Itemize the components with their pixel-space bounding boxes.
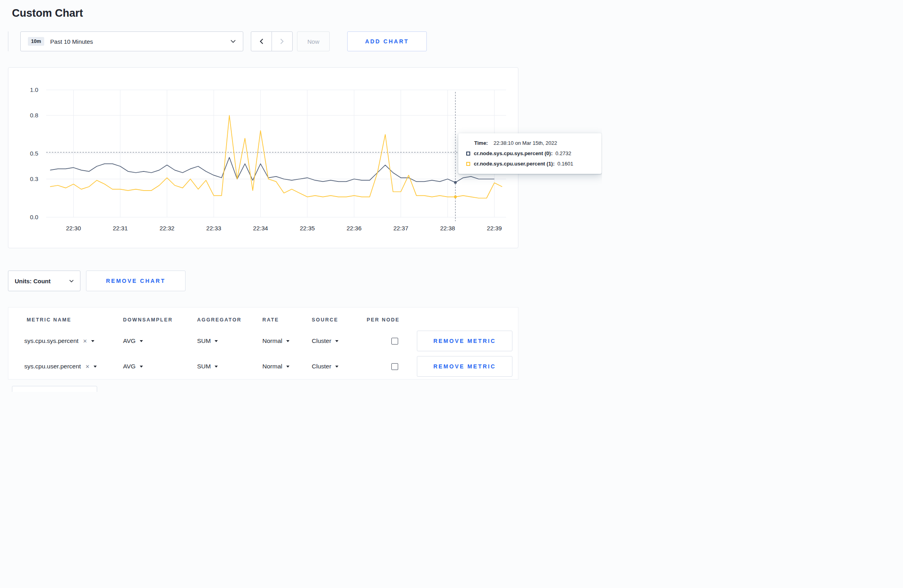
svg-text:22:37: 22:37 <box>393 225 408 232</box>
svg-text:0.5: 0.5 <box>30 150 38 157</box>
series-swatch-icon <box>466 162 470 166</box>
svg-text:22:34: 22:34 <box>253 225 268 232</box>
caret-down-icon <box>140 340 143 342</box>
downsampler-select[interactable]: AVG <box>117 363 192 370</box>
actions-cell: REMOVE METRIC <box>407 356 518 377</box>
caret-down-icon <box>335 366 338 368</box>
source-select[interactable]: Cluster <box>306 363 357 370</box>
metric-row: sys.cpu.user.percent ✕ AVG SUM Normal Cl… <box>8 354 518 379</box>
remove-chart-button[interactable]: REMOVE CHART <box>86 271 186 291</box>
caret-down-icon <box>91 340 94 342</box>
chart-canvas[interactable]: 0.00.30.50.81.022:3022:3122:3222:3322:34… <box>8 73 518 244</box>
svg-text:0.0: 0.0 <box>30 214 38 220</box>
header-aggregator: AGGREGATOR <box>192 317 257 323</box>
svg-text:22:32: 22:32 <box>160 225 175 232</box>
rate-select[interactable]: Normal <box>257 363 306 370</box>
toolbar-divider <box>8 31 8 51</box>
units-dropdown[interactable]: Units: Count <box>8 271 80 291</box>
downsampler-value: AVG <box>123 363 136 370</box>
tooltip-series-row: cr.node.sys.cpu.sys.percent (0):0.2732 <box>466 150 594 156</box>
time-window-badge: 10m <box>28 37 44 46</box>
svg-text:22:33: 22:33 <box>206 225 221 232</box>
add-metric-button[interactable]: ADD METRIC <box>12 386 97 392</box>
remove-metric-button[interactable]: REMOVE METRIC <box>417 356 512 377</box>
caret-down-icon <box>335 340 338 342</box>
caret-down-icon <box>286 340 289 342</box>
clear-metric-icon[interactable]: ✕ <box>83 338 87 344</box>
svg-text:22:31: 22:31 <box>113 225 128 232</box>
metrics-table: METRIC NAME DOWNSAMPLER AGGREGATOR RATE … <box>8 307 518 380</box>
per-node-checkbox[interactable] <box>391 338 398 345</box>
svg-text:22:39: 22:39 <box>487 225 502 232</box>
prev-time-button[interactable] <box>251 31 272 51</box>
remove-metric-button[interactable]: REMOVE METRIC <box>417 331 512 351</box>
header-rate: RATE <box>257 317 306 323</box>
aggregator-value: SUM <box>197 363 211 370</box>
header-source: SOURCE <box>306 317 357 323</box>
chart-sub-controls: Units: Count REMOVE CHART <box>8 271 594 291</box>
rate-value: Normal <box>262 337 282 345</box>
metrics-table-header: METRIC NAME DOWNSAMPLER AGGREGATOR RATE … <box>8 308 518 328</box>
caret-down-icon <box>215 366 218 368</box>
caret-down-icon <box>215 340 218 342</box>
caret-down-icon <box>286 366 289 368</box>
tooltip-series-label: cr.node.sys.cpu.user.percent (1): <box>474 161 555 167</box>
metric-name: sys.cpu.user.percent <box>24 363 81 370</box>
page-title: Custom Chart <box>12 7 594 19</box>
metric-row: sys.cpu.sys.percent ✕ AVG SUM Normal Clu… <box>8 328 518 354</box>
time-nav-group <box>251 31 293 51</box>
aggregator-select[interactable]: SUM <box>192 363 257 370</box>
rate-value: Normal <box>262 363 282 370</box>
svg-text:22:38: 22:38 <box>440 225 455 232</box>
source-select[interactable]: Cluster <box>306 337 357 345</box>
svg-text:0.8: 0.8 <box>30 112 38 119</box>
svg-text:22:36: 22:36 <box>346 225 362 232</box>
chart-tooltip: Time:22:38:10 on Mar 15th, 2022 cr.node.… <box>458 133 602 174</box>
chevron-left-icon <box>260 39 263 44</box>
aggregator-value: SUM <box>197 337 211 345</box>
svg-text:1.0: 1.0 <box>30 86 38 93</box>
source-value: Cluster <box>312 337 331 345</box>
svg-text:22:35: 22:35 <box>300 225 315 232</box>
aggregator-select[interactable]: SUM <box>192 337 257 345</box>
now-button[interactable]: Now <box>297 31 330 51</box>
metric-name: sys.cpu.sys.percent <box>24 337 78 345</box>
units-label: Units: Count <box>15 278 51 284</box>
tooltip-time-label: Time: <box>474 140 488 146</box>
source-value: Cluster <box>312 363 331 370</box>
time-range-dropdown[interactable]: 10m Past 10 Minutes <box>20 31 243 51</box>
metric-select[interactable]: sys.cpu.sys.percent ✕ <box>18 337 117 345</box>
chevron-right-icon <box>280 39 284 44</box>
tooltip-series-label: cr.node.sys.cpu.sys.percent (0): <box>474 150 553 156</box>
chart-card: 0.00.30.50.81.022:3022:3122:3222:3322:34… <box>8 67 518 248</box>
rate-select[interactable]: Normal <box>257 337 306 345</box>
per-node-cell <box>357 338 407 345</box>
clear-metric-icon[interactable]: ✕ <box>85 364 90 370</box>
downsampler-select[interactable]: AVG <box>117 337 192 345</box>
tooltip-series-row: cr.node.sys.cpu.user.percent (1):0.1601 <box>466 161 594 167</box>
metric-select[interactable]: sys.cpu.user.percent ✕ <box>18 363 117 370</box>
tooltip-time-value: 22:38:10 on Mar 15th, 2022 <box>493 140 557 146</box>
next-time-button[interactable] <box>272 31 293 51</box>
header-per-node: PER NODE <box>357 317 407 323</box>
series-swatch-icon <box>466 152 470 156</box>
tooltip-series-rows: cr.node.sys.cpu.sys.percent (0):0.2732cr… <box>466 150 594 167</box>
chevron-down-icon <box>69 280 74 282</box>
custom-chart-page: Custom Chart 10m Past 10 Minutes Now <box>0 0 602 392</box>
per-node-cell <box>357 363 407 370</box>
header-downsampler: DOWNSAMPLER <box>117 317 192 323</box>
svg-text:0.3: 0.3 <box>30 175 38 182</box>
downsampler-value: AVG <box>123 337 136 345</box>
chart-toolbar: 10m Past 10 Minutes Now ADD CHART <box>8 31 594 51</box>
svg-text:22:30: 22:30 <box>66 225 81 232</box>
tooltip-series-value: 0.2732 <box>555 150 571 156</box>
header-metric-name: METRIC NAME <box>18 317 117 323</box>
time-window-label: Past 10 Minutes <box>50 38 93 45</box>
caret-down-icon <box>140 366 143 368</box>
tooltip-series-value: 0.1601 <box>557 161 573 167</box>
tooltip-time-row: Time:22:38:10 on Mar 15th, 2022 <box>474 140 594 146</box>
caret-down-icon <box>94 366 97 368</box>
actions-cell: REMOVE METRIC <box>407 331 518 351</box>
per-node-checkbox[interactable] <box>391 363 398 370</box>
add-chart-button[interactable]: ADD CHART <box>347 31 427 51</box>
